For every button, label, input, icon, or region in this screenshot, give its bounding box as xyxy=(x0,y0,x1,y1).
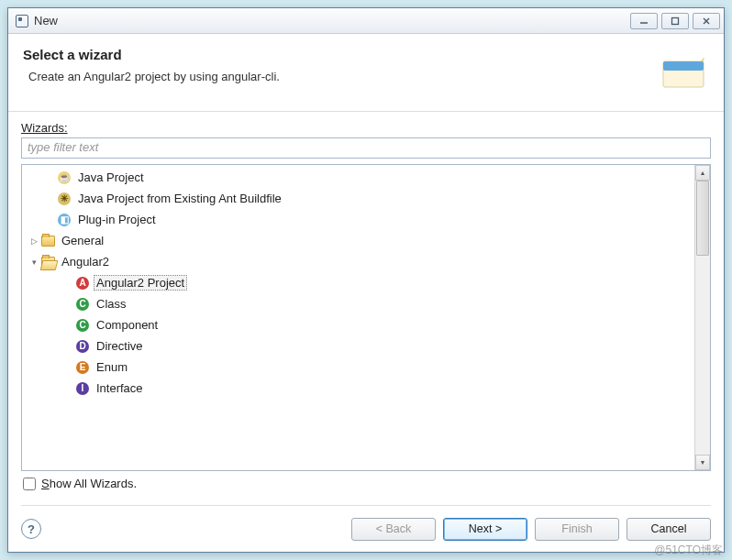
show-all-row[interactable]: Show All Wizards. xyxy=(21,471,711,501)
expand-toggle xyxy=(62,298,75,311)
help-button[interactable]: ? xyxy=(21,519,41,539)
java-sun-icon: ☕ xyxy=(57,170,72,185)
tree-item-label: Enum xyxy=(94,359,130,375)
tree-item-label: Angular2 Project xyxy=(94,275,187,291)
wizard-icon xyxy=(658,47,709,98)
tree-item-plugin[interactable]: ◧Plug-in Project xyxy=(22,209,694,230)
tree-item-label: Class xyxy=(94,296,129,312)
watermark: @51CTO博客 xyxy=(654,543,723,558)
tree-item-angular2[interactable]: ▾Angular2 xyxy=(22,251,694,272)
expand-toggle xyxy=(62,277,75,290)
tree-list[interactable]: ☕Java Project✳Java Project from Existing… xyxy=(22,165,694,470)
A-red-icon: A xyxy=(75,276,90,291)
header-subtitle: Create an Angular2 project by using angu… xyxy=(23,70,658,83)
tree-item-label: Angular2 xyxy=(59,254,112,269)
scrollbar[interactable]: ▴ ▾ xyxy=(694,165,710,470)
tree-item-label: Java Project xyxy=(75,170,147,185)
content-area: Wizards: type filter text ☕Java Project✳… xyxy=(8,112,724,505)
tree-item-label: General xyxy=(59,233,106,248)
tree-item-label: Interface xyxy=(94,380,146,396)
tree-item-class[interactable]: CClass xyxy=(22,293,694,314)
dialog-window: New Select a wizard Create an Angular2 p… xyxy=(7,7,725,553)
svg-rect-5 xyxy=(663,61,704,71)
expand-toggle xyxy=(44,171,57,184)
I-purple-icon: I xyxy=(75,381,90,396)
E-orange-icon: E xyxy=(75,360,90,375)
close-button[interactable] xyxy=(693,13,720,29)
cancel-button[interactable]: Cancel xyxy=(627,518,711,541)
tree-item-java-project[interactable]: ☕Java Project xyxy=(22,167,694,188)
expand-toggle xyxy=(44,214,57,226)
minimize-button[interactable] xyxy=(630,13,658,29)
wizards-label: Wizards: xyxy=(21,121,711,135)
svg-rect-1 xyxy=(672,17,679,24)
tree-item-angular2-project[interactable]: AAngular2 Project xyxy=(22,272,694,293)
tree-item-directive[interactable]: DDirective xyxy=(22,335,694,357)
show-all-checkbox[interactable] xyxy=(23,478,36,490)
D-purple-icon: D xyxy=(75,339,90,354)
tree-item-general[interactable]: ▷General xyxy=(22,230,694,251)
scroll-down-button[interactable]: ▾ xyxy=(695,455,710,470)
show-all-label: Show All Wizards. xyxy=(41,477,137,490)
header-text: Select a wizard Create an Angular2 proje… xyxy=(23,47,658,98)
tree-item-label: Plug-in Project xyxy=(75,212,159,227)
folder-icon xyxy=(40,234,55,248)
scroll-up-button[interactable]: ▴ xyxy=(695,165,710,181)
plugin-icon: ◧ xyxy=(57,213,72,227)
folder-open-icon xyxy=(40,255,55,269)
next-button[interactable]: Next > xyxy=(443,518,527,541)
expand-toggle xyxy=(62,340,75,353)
header-title: Select a wizard xyxy=(23,47,658,62)
expand-toggle xyxy=(44,192,57,205)
expand-toggle[interactable]: ▾ xyxy=(28,256,40,269)
footer: ? < Back Next > Finish Cancel xyxy=(8,506,724,552)
expand-toggle xyxy=(62,361,75,374)
tree-item-component[interactable]: CComponent xyxy=(22,314,694,335)
tree-item-java-ant[interactable]: ✳Java Project from Existing Ant Buildfil… xyxy=(22,188,694,209)
scroll-thumb[interactable] xyxy=(696,181,709,256)
scroll-track[interactable] xyxy=(695,181,710,455)
C-green-icon: C xyxy=(75,297,90,312)
back-button[interactable]: < Back xyxy=(351,518,436,541)
wizard-tree: ☕Java Project✳Java Project from Existing… xyxy=(21,164,711,471)
tree-item-label: Directive xyxy=(94,338,146,354)
maximize-button[interactable] xyxy=(661,13,689,29)
tree-item-enum[interactable]: EEnum xyxy=(22,357,694,378)
filter-input[interactable]: type filter text xyxy=(21,137,711,159)
expand-toggle xyxy=(62,319,75,332)
tree-item-interface[interactable]: IInterface xyxy=(22,378,694,399)
titlebar[interactable]: New xyxy=(8,8,724,34)
C-green-icon: C xyxy=(75,318,90,333)
expand-toggle xyxy=(62,382,75,395)
eclipse-icon xyxy=(16,15,28,27)
tree-item-label: Component xyxy=(94,317,161,333)
expand-toggle[interactable]: ▷ xyxy=(28,235,40,247)
wizard-header: Select a wizard Create an Angular2 proje… xyxy=(8,34,724,112)
finish-button[interactable]: Finish xyxy=(535,518,619,541)
window-title: New xyxy=(34,14,627,27)
ant-icon: ✳ xyxy=(57,192,72,206)
tree-item-label: Java Project from Existing Ant Buildfile xyxy=(75,191,284,206)
